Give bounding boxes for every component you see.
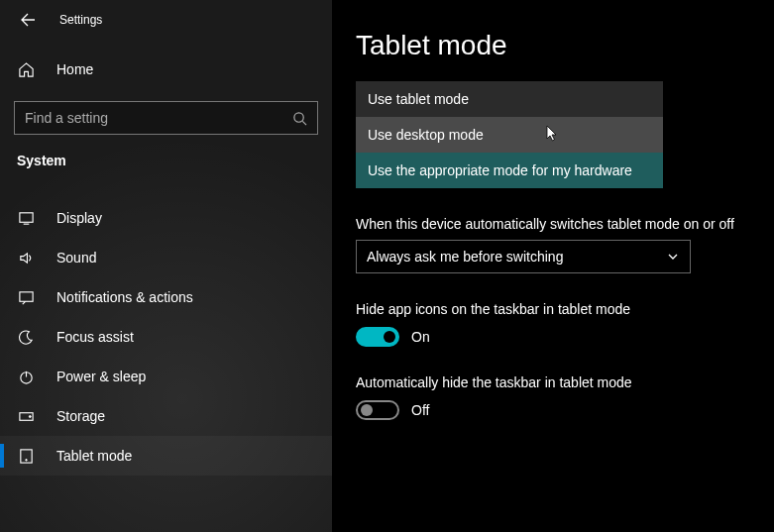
sidebar-item-label: Tablet mode [56, 448, 132, 464]
dropdown-option-desktop[interactable]: Use desktop mode [356, 117, 663, 153]
chevron-down-icon [666, 250, 680, 264]
sidebar-home-label: Home [56, 61, 93, 77]
sidebar-item-label: Display [56, 210, 102, 226]
svg-rect-1 [19, 212, 32, 221]
hide-icons-toggle[interactable] [356, 327, 399, 347]
app-title: Settings [59, 13, 102, 27]
auto-switch-label: When this device automatically switches … [356, 216, 774, 232]
search-placeholder: Find a setting [25, 110, 292, 126]
main-content: Tablet mode Use tablet mode Use desktop … [332, 0, 774, 532]
dropdown-option-label: Use the appropriate mode for my hardware [368, 162, 632, 178]
dropdown-option-tablet[interactable]: Use tablet mode [356, 81, 663, 117]
drive-icon [17, 408, 35, 425]
speaker-icon [17, 250, 35, 266]
svg-point-7 [25, 459, 27, 461]
signin-mode-dropdown-open: Use tablet mode Use desktop mode Use the… [356, 81, 663, 188]
sidebar-item-label: Notifications & actions [56, 289, 193, 305]
tablet-icon [17, 448, 35, 465]
auto-hide-label: Automatically hide the taskbar in tablet… [356, 374, 774, 390]
sidebar-item-label: Focus assist [56, 329, 134, 345]
sidebar: Settings Home Find a setting System Disp… [0, 0, 332, 532]
auto-hide-state: Off [411, 402, 429, 418]
moon-icon [17, 329, 35, 346]
titlebar: Settings [0, 0, 332, 40]
arrow-left-icon [20, 12, 36, 28]
page-title: Tablet mode [356, 30, 774, 61]
home-icon [17, 61, 35, 78]
svg-rect-2 [19, 291, 32, 300]
svg-point-5 [29, 415, 31, 417]
sidebar-item-label: Sound [56, 250, 96, 266]
sidebar-nav-list: Display Sound Notifications & actions Fo… [0, 198, 332, 476]
dropdown-option-label: Use desktop mode [368, 127, 484, 143]
sidebar-item-sound[interactable]: Sound [0, 238, 332, 277]
auto-switch-select[interactable]: Always ask me before switching [356, 240, 691, 273]
cursor-icon [546, 125, 558, 143]
search-icon [292, 111, 307, 126]
auto-switch-value: Always ask me before switching [367, 249, 563, 265]
hide-icons-state: On [411, 329, 430, 345]
back-button[interactable] [14, 6, 42, 34]
auto-hide-toggle[interactable] [356, 400, 399, 420]
dropdown-option-appropriate[interactable]: Use the appropriate mode for my hardware [356, 153, 663, 188]
sidebar-item-label: Storage [56, 408, 105, 424]
hide-icons-label: Hide app icons on the taskbar in tablet … [356, 301, 774, 317]
sidebar-item-label: Power & sleep [56, 369, 146, 384]
dropdown-option-label: Use tablet mode [368, 91, 469, 107]
message-icon [17, 289, 35, 306]
sidebar-item-tablet-mode[interactable]: Tablet mode [0, 436, 332, 476]
sidebar-item-focus-assist[interactable]: Focus assist [0, 317, 332, 357]
sidebar-item-notifications[interactable]: Notifications & actions [0, 277, 332, 317]
sidebar-item-storage[interactable]: Storage [0, 396, 332, 436]
sidebar-home[interactable]: Home [0, 50, 332, 89]
sidebar-item-power-sleep[interactable]: Power & sleep [0, 357, 332, 396]
monitor-icon [17, 210, 35, 227]
svg-point-0 [294, 112, 303, 121]
sidebar-item-display[interactable]: Display [0, 198, 332, 238]
sidebar-section-label: System [0, 149, 332, 182]
power-icon [17, 369, 35, 385]
search-input[interactable]: Find a setting [14, 101, 318, 135]
